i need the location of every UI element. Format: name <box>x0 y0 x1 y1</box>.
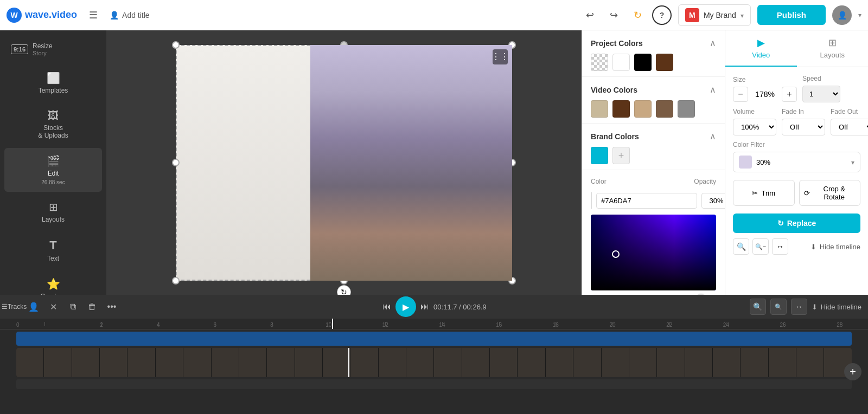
timeline-zoom-in-button[interactable]: 🔍 <box>750 299 766 315</box>
swatch-sand[interactable] <box>634 100 652 118</box>
gradient-overlay <box>591 215 716 290</box>
add-title-button[interactable]: 👤 Add title <box>110 11 150 20</box>
canvas-handle-tl[interactable] <box>172 41 180 49</box>
trim-button[interactable]: ✂ Trim <box>733 180 795 206</box>
sidebar-item-text[interactable]: T Text <box>4 232 102 269</box>
play-button[interactable]: ▶ <box>395 296 416 317</box>
color-preview-swatch[interactable] <box>591 192 592 209</box>
remove-button[interactable]: ✕ <box>46 299 61 314</box>
duplicate-button[interactable]: ⧉ <box>65 299 80 314</box>
sidebar-item-stocks[interactable]: 🖼 Stocks& Uploads <box>4 103 102 146</box>
thumb-18 <box>490 348 517 377</box>
add-brand-color-button[interactable]: + <box>612 147 630 164</box>
sidebar-item-overlays[interactable]: ⭐ Overlays& Stickers <box>4 271 102 295</box>
swatch-transparent[interactable] <box>591 54 608 71</box>
crop-rotate-button[interactable]: ⟳ Crop & Rotate <box>799 180 861 206</box>
replace-button[interactable]: ↻ Replace <box>733 214 860 233</box>
sidebar: 9:16 Resize Story ⬜ Templates 🖼 Stocks& … <box>0 30 106 295</box>
swatch-gray[interactable] <box>678 100 695 118</box>
zoom-in-icon: 🔍 <box>737 242 746 251</box>
publish-button[interactable]: Publish <box>757 5 826 25</box>
undo-button[interactable]: ↩ <box>580 5 600 25</box>
thumb-6 <box>156 348 183 377</box>
grid-toggle-button[interactable]: ⋮⋮ <box>493 49 508 64</box>
tab-layouts[interactable]: ⊞ Layouts <box>797 30 869 67</box>
volume-select[interactable]: 100% 75% 50% <box>733 119 776 135</box>
brand-colors-title: Brand Colors <box>591 132 639 141</box>
zoom-out-button[interactable]: 🔍− <box>752 238 769 255</box>
swatch-tan[interactable] <box>591 100 608 118</box>
project-colors-collapse[interactable]: ∧ <box>710 38 716 48</box>
menu-button[interactable]: ☰ <box>84 5 103 25</box>
ruler-mark-26: 26 <box>755 322 812 328</box>
fadein-select[interactable]: Off 0.5s 1s <box>782 119 825 135</box>
swatch-white[interactable] <box>612 54 630 71</box>
opacity-input[interactable] <box>701 193 725 209</box>
refresh-button[interactable]: ↻ <box>628 5 648 25</box>
fadeout-select[interactable]: Off 0.5s 1s <box>831 119 868 135</box>
mybrand-chevron-icon <box>741 11 744 20</box>
redo-button[interactable]: ↪ <box>604 5 624 25</box>
swatch-brown2[interactable] <box>612 100 630 118</box>
layouts-icon: ⊞ <box>49 200 58 214</box>
tab-video[interactable]: ▶ Video <box>725 30 797 67</box>
zoom-fit-button[interactable]: ↔ <box>772 238 788 255</box>
timeline-tracks[interactable]: + <box>0 329 868 414</box>
swatch-brown-dark[interactable] <box>656 54 673 71</box>
sidebar-item-resize[interactable]: 9:16 Resize Story <box>4 37 102 62</box>
hue-thumb[interactable] <box>697 294 705 295</box>
zoom-in-button[interactable]: 🔍 <box>733 238 749 255</box>
swatch-blue[interactable] <box>591 147 608 164</box>
size-increase-button[interactable]: + <box>782 87 797 102</box>
playhead-track <box>348 348 349 377</box>
hide-timeline-button[interactable]: ⬇ Hide timeline <box>810 243 860 251</box>
sidebar-item-templates[interactable]: ⬜ Templates <box>4 65 102 101</box>
next-button[interactable]: ⏭ <box>420 302 429 312</box>
timeline-hide-button[interactable]: ⬇ Hide timeline <box>812 303 861 311</box>
rotate-handle[interactable]: ↻ <box>337 285 351 295</box>
thumb-23 <box>629 348 656 377</box>
timeline-controls: ☰ Tracks 👤 ✕ ⧉ 🗑 ••• <box>7 299 119 314</box>
timeline-zoom-out-button[interactable]: 🔍 <box>770 299 787 315</box>
size-label: Size <box>733 76 797 83</box>
speed-select[interactable]: 1 1.25 1.5 2 <box>802 86 840 102</box>
swatch-black[interactable] <box>634 54 652 71</box>
logo-text: wave.video <box>25 9 77 21</box>
user-avatar[interactable]: 👤 <box>832 5 852 25</box>
add-track-button[interactable]: + <box>844 363 861 380</box>
canvas-handle-ml[interactable] <box>172 159 180 166</box>
size-decrease-button[interactable]: − <box>733 87 748 102</box>
color-filter-select[interactable]: 30% <box>733 152 860 172</box>
sidebar-item-layouts[interactable]: ⊞ Layouts <box>4 194 102 230</box>
thumbnail-strip <box>16 348 852 377</box>
add-person-timeline-button[interactable]: 👤 <box>26 299 41 314</box>
color-panel: Project Colors ∧ Video Colors ∧ <box>582 30 725 295</box>
mybrand-label: My Brand <box>704 11 736 20</box>
size-group: Size − 178% + <box>733 76 797 102</box>
filter-value: 30% <box>756 158 847 166</box>
brand-colors-collapse[interactable]: ∧ <box>710 131 716 141</box>
project-colors-section: Project Colors ∧ <box>582 30 725 77</box>
edit-icon: 🎬 <box>47 154 60 167</box>
help-label: ? <box>660 11 665 20</box>
logo-icon: W <box>7 8 22 23</box>
previous-button[interactable]: ⏮ <box>382 302 391 312</box>
sidebar-item-label-templates: Templates <box>39 87 68 94</box>
sidebar-item-edit[interactable]: 🎬 Edit 26.88 sec <box>4 148 102 192</box>
canvas-handle-bl[interactable] <box>172 277 180 284</box>
more-options-button[interactable]: ••• <box>104 299 119 314</box>
swatch-brown3[interactable] <box>656 100 673 118</box>
mybrand-button[interactable]: M My Brand <box>678 4 751 26</box>
hex-color-input[interactable] <box>596 193 697 209</box>
main-area: 9:16 Resize Story ⬜ Templates 🖼 Stocks& … <box>0 30 868 295</box>
right-panel-tabs: ▶ Video ⊞ Layouts <box>725 30 868 67</box>
video-colors-collapse[interactable]: ∧ <box>710 85 716 95</box>
thumb-21 <box>573 348 601 377</box>
layouts-tab-label: Layouts <box>820 51 845 59</box>
delete-button[interactable]: 🗑 <box>85 299 100 314</box>
tracks-button[interactable]: ☰ Tracks <box>7 299 22 314</box>
help-button[interactable]: ? <box>652 5 672 25</box>
trim-label: Trim <box>761 189 775 197</box>
gradient-picker[interactable] <box>591 215 716 290</box>
timeline-fit-button[interactable]: ↔ <box>791 299 807 315</box>
